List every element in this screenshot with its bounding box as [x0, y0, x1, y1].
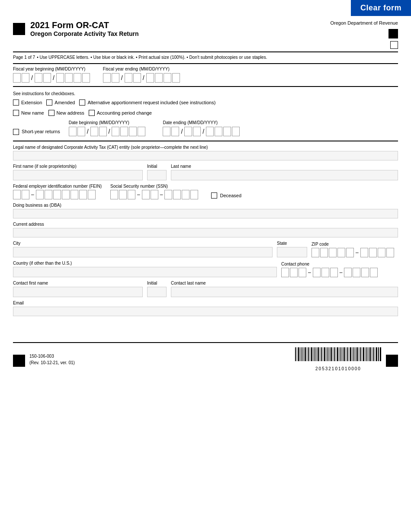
legal-name-input[interactable] — [13, 151, 398, 160]
first-name-input[interactable] — [13, 170, 143, 180]
zip-3[interactable] — [329, 248, 337, 257]
zip-4[interactable] — [337, 248, 345, 257]
fein-8[interactable] — [79, 190, 87, 199]
sy-b-y3[interactable] — [129, 127, 137, 136]
new-name-checkbox[interactable] — [13, 110, 19, 116]
new-address-label: New address — [57, 110, 84, 115]
fy-begin-dd1[interactable] — [35, 73, 42, 83]
short-year-checkbox[interactable] — [13, 129, 19, 135]
new-address-checkbox[interactable] — [48, 110, 55, 116]
fein-3[interactable] — [36, 190, 44, 199]
ph-9[interactable] — [361, 268, 369, 277]
sy-e-dd1[interactable] — [184, 127, 192, 136]
sy-e-mm2[interactable] — [171, 127, 179, 136]
fy-begin-yyyy4[interactable] — [82, 73, 90, 83]
sy-b-y4[interactable] — [138, 127, 145, 136]
fy-begin-mm2[interactable] — [22, 73, 29, 83]
top-checkbox[interactable] — [390, 41, 398, 49]
city-input[interactable] — [13, 247, 273, 257]
sy-b-y2[interactable] — [120, 127, 128, 136]
zip-9[interactable] — [386, 248, 394, 257]
zip-5[interactable] — [346, 248, 354, 257]
fein-5[interactable] — [53, 190, 61, 199]
ssn-2[interactable] — [119, 190, 127, 199]
zip-7[interactable] — [369, 248, 377, 257]
fy-begin-yyyy3[interactable] — [74, 73, 81, 83]
last-name-input[interactable] — [171, 170, 398, 180]
sy-e-y1[interactable] — [206, 127, 214, 136]
sy-e-y2[interactable] — [215, 127, 222, 136]
dba-input[interactable] — [13, 209, 398, 218]
ssn-1[interactable] — [110, 190, 118, 199]
ph-2[interactable] — [290, 268, 298, 277]
ssn-5[interactable] — [151, 190, 158, 199]
svg-rect-5 — [303, 347, 304, 361]
fy-end-dd1[interactable] — [125, 73, 132, 83]
ph-4[interactable] — [313, 268, 321, 277]
extension-checkbox[interactable] — [13, 99, 19, 106]
email-input[interactable] — [13, 307, 398, 316]
fy-end-yyyy2[interactable] — [155, 73, 163, 83]
ph-8[interactable] — [353, 268, 360, 277]
state-input[interactable] — [277, 247, 307, 257]
fein-4[interactable] — [45, 190, 52, 199]
top-checkbox-area — [13, 41, 398, 49]
ssn-7[interactable] — [173, 190, 181, 199]
fy-end-mm1[interactable] — [103, 73, 111, 83]
fy-end-yyyy1[interactable] — [146, 73, 154, 83]
address-input[interactable] — [13, 228, 398, 237]
ph-7[interactable] — [344, 268, 352, 277]
ssn-4[interactable] — [142, 190, 150, 199]
clear-form-button[interactable]: Clear form — [351, 0, 411, 16]
amended-checkbox[interactable] — [46, 99, 52, 106]
ssn-8[interactable] — [182, 190, 189, 199]
ph-6[interactable] — [330, 268, 338, 277]
sy-e-mm1[interactable] — [163, 127, 170, 136]
sy-b-dd1[interactable] — [90, 127, 98, 136]
accounting-checkbox[interactable] — [89, 110, 95, 116]
svg-rect-43 — [365, 347, 366, 361]
country-phone-row: Country (if other than the U.S.) Contact… — [13, 261, 398, 277]
zip-6[interactable] — [360, 248, 368, 257]
sy-b-y1[interactable] — [112, 127, 119, 136]
fy-begin-mm1[interactable] — [13, 73, 21, 83]
fy-end-yyyy4[interactable] — [172, 73, 180, 83]
fein-2[interactable] — [22, 190, 29, 199]
deceased-checkbox[interactable] — [211, 192, 217, 199]
fiscal-ending-label: Fiscal year ending (MM/DD/YYYY) — [103, 67, 180, 71]
sy-b-dd2[interactable] — [99, 127, 107, 136]
fein-9[interactable] — [88, 190, 96, 199]
contact-initial-input[interactable] — [147, 287, 167, 297]
dba-group: Doing business as (DBA) — [13, 203, 398, 218]
fy-end-mm2[interactable] — [112, 73, 119, 83]
sy-b-mm2[interactable] — [77, 127, 85, 136]
ssn-6[interactable] — [164, 190, 172, 199]
fein-7[interactable] — [71, 190, 78, 199]
contact-first-input[interactable] — [13, 287, 143, 297]
ssn-9[interactable] — [190, 190, 198, 199]
ph-5[interactable] — [321, 268, 329, 277]
fy-end-dd2[interactable] — [133, 73, 141, 83]
contact-last-input[interactable] — [171, 287, 398, 297]
alternative-checkbox[interactable] — [79, 99, 85, 106]
sy-e-dd2[interactable] — [193, 127, 201, 136]
zip-2[interactable] — [320, 248, 328, 257]
sy-end-label: Date ending (MM/DD/YYYY) — [163, 120, 240, 125]
zip-1[interactable] — [311, 248, 319, 257]
fy-begin-dd2[interactable] — [43, 73, 51, 83]
fein-1[interactable] — [13, 190, 21, 199]
sy-e-y3[interactable] — [223, 127, 231, 136]
sy-e-y4[interactable] — [232, 127, 240, 136]
zip-8[interactable] — [378, 248, 385, 257]
ph-10[interactable] — [370, 268, 378, 277]
fy-begin-yyyy2[interactable] — [65, 73, 73, 83]
fy-begin-yyyy1[interactable] — [56, 73, 64, 83]
initial-input[interactable] — [147, 170, 167, 180]
ssn-3[interactable] — [128, 190, 135, 199]
sy-b-mm1[interactable] — [69, 127, 77, 136]
ph-1[interactable] — [281, 268, 289, 277]
country-input[interactable] — [13, 267, 277, 277]
ph-3[interactable] — [299, 268, 306, 277]
fy-end-yyyy3[interactable] — [164, 73, 171, 83]
fein-6[interactable] — [62, 190, 70, 199]
